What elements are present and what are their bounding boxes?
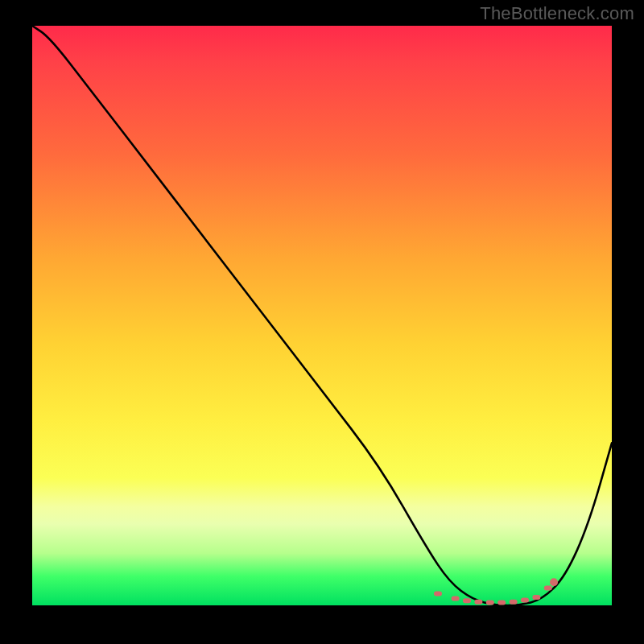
marker-dash: [463, 598, 471, 603]
marker-dash: [434, 592, 442, 597]
marker-dash: [452, 596, 460, 601]
marker-dash: [497, 600, 506, 605]
marker-dash: [486, 600, 494, 605]
marker-dash: [510, 600, 518, 605]
marker-dot: [550, 578, 558, 586]
plot-area: [32, 26, 612, 605]
bottleneck-curve: [32, 26, 612, 605]
marker-dash: [532, 595, 540, 600]
chart-container: TheBottleneck.com: [0, 0, 644, 644]
marker-dash: [544, 585, 552, 590]
marker-dash: [474, 600, 482, 605]
marker-dash: [521, 598, 529, 603]
curve-layer: [32, 26, 612, 605]
watermark-text: TheBottleneck.com: [480, 3, 634, 24]
